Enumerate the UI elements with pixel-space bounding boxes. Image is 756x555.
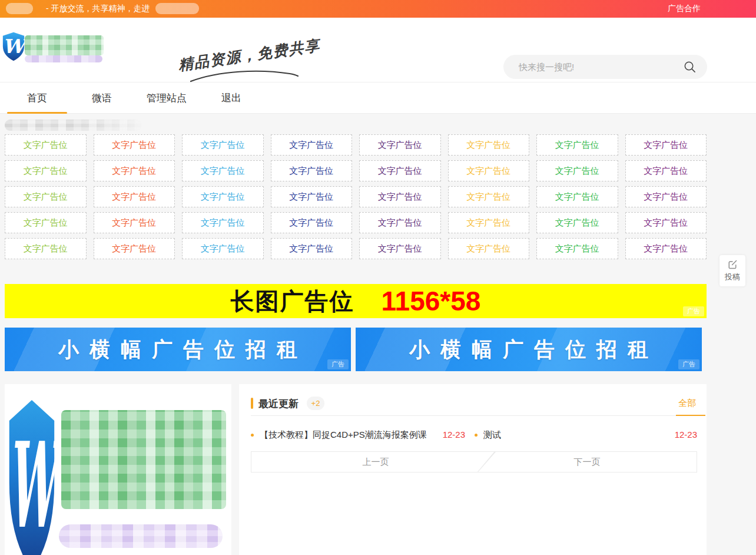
submit-label: 投稿 — [725, 272, 740, 282]
site-subtitle-blurred — [25, 55, 102, 62]
text-ad-grid: 文字广告位文字广告位文字广告位文字广告位文字广告位文字广告位文字广告位文字广告位… — [5, 134, 707, 259]
nav-item-管理站点[interactable]: 管理站点 — [134, 82, 199, 114]
text-ad-cell[interactable]: 文字广告位 — [5, 186, 87, 207]
ad-tag-badge: 广告 — [683, 306, 704, 316]
prev-page-button[interactable]: 上一页 — [251, 451, 500, 473]
search-box — [503, 55, 707, 79]
article-title[interactable]: 测试 — [483, 423, 501, 447]
slogan-underline-swoosh — [188, 68, 300, 84]
text-ad-cell[interactable]: 文字广告位 — [182, 186, 264, 207]
text-ad-cell[interactable]: 文字广告位 — [536, 134, 618, 156]
main-nav-bar: 首页微语管理站点退出 — [0, 82, 756, 114]
site-logo[interactable]: W — [2, 32, 114, 67]
shield-logo-icon: W — [2, 32, 25, 61]
text-ad-cell[interactable]: 文字广告位 — [359, 238, 441, 259]
text-ad-cell[interactable]: 文字广告位 — [359, 160, 441, 181]
text-ad-cell[interactable]: 文字广告位 — [359, 212, 441, 233]
article-item[interactable]: 【技术教程】同捉C4D+PS潮流海报案例课12-23 — [251, 423, 475, 447]
article-title[interactable]: 【技术教程】同捉C4D+PS潮流海报案例课 — [260, 423, 427, 447]
recent-updates-card: 最近更新 +2 全部 【技术教程】同捉C4D+PS潮流海报案例课12-23测试1… — [239, 384, 707, 555]
nav-item-微语[interactable]: 微语 — [69, 82, 134, 114]
text-ad-cell[interactable]: 文字广告位 — [182, 134, 264, 156]
text-ad-cell[interactable]: 文字广告位 — [536, 238, 618, 259]
topbar-blurred-patch — [155, 3, 199, 14]
text-ad-cell[interactable]: 文字广告位 — [182, 238, 264, 259]
text-ad-cell[interactable]: 文字广告位 — [536, 160, 618, 181]
text-ad-cell[interactable]: 文字广告位 — [94, 212, 175, 233]
small-ad-banner-right[interactable]: 小横幅广告位招租 广告 — [356, 328, 702, 371]
text-ad-cell[interactable]: 文字广告位 — [448, 160, 530, 181]
svg-text:W: W — [3, 35, 25, 58]
all-tab-underline — [676, 415, 705, 416]
text-ad-cell[interactable]: 文字广告位 — [625, 186, 707, 207]
small-banner-text: 小横幅广告位招租 — [48, 336, 308, 364]
text-ad-cell[interactable]: 文字广告位 — [448, 212, 530, 233]
search-input[interactable] — [519, 55, 678, 79]
search-icon[interactable] — [683, 60, 697, 74]
recent-count-badge: +2 — [307, 397, 324, 410]
text-ad-cell[interactable]: 文字广告位 — [448, 134, 530, 156]
text-ad-cell[interactable]: 文字广告位 — [536, 186, 618, 207]
small-banner-text: 小横幅广告位招租 — [399, 336, 659, 364]
text-ad-cell[interactable]: 文字广告位 — [94, 238, 175, 259]
page: - 开放交流，共享精神，走进 广告合作 W 精品资源，免费共享 — [0, 0, 756, 555]
ad-tag-badge: 广告 — [327, 359, 349, 369]
small-ad-banner-left[interactable]: 小横幅广告位招租 广告 — [5, 328, 351, 371]
text-ad-cell[interactable]: 文字广告位 — [448, 186, 530, 207]
main-nav: 首页微语管理站点退出 — [5, 82, 264, 114]
text-ad-cell[interactable]: 文字广告位 — [359, 186, 441, 207]
text-ad-cell[interactable]: 文字广告位 — [625, 134, 707, 156]
text-ad-cell[interactable]: 文字广告位 — [625, 160, 707, 181]
text-ad-cell[interactable]: 文字广告位 — [359, 134, 441, 156]
topbar-announcement: - 开放交流，共享精神，走进 — [46, 4, 150, 14]
article-date: 12-23 — [675, 423, 697, 447]
text-ad-cell[interactable]: 文字广告位 — [182, 212, 264, 233]
article-item[interactable]: 测试12-23 — [475, 423, 697, 447]
text-ad-cell[interactable]: 文字广告位 — [94, 134, 175, 156]
text-ad-cell[interactable]: 文字广告位 — [625, 238, 707, 259]
text-ad-cell[interactable]: 文字广告位 — [271, 134, 353, 156]
article-list: 【技术教程】同捉C4D+PS潮流海报案例课12-23测试12-23 — [251, 423, 697, 447]
text-ad-cell[interactable]: 文字广告位 — [182, 160, 264, 181]
site-tagline-blurred-image — [59, 524, 223, 548]
nav-item-首页[interactable]: 首页 — [5, 82, 69, 114]
long-ad-banner[interactable]: 长图广告位 1156*58 广告 — [5, 284, 707, 318]
divider — [251, 415, 697, 416]
long-banner-size: 1156*58 — [382, 285, 481, 317]
text-ad-cell[interactable]: 文字广告位 — [5, 134, 87, 156]
submit-post-button[interactable]: 投稿 — [719, 255, 745, 286]
site-name-blurred — [25, 35, 104, 55]
pagination: 上一页 下一页 — [251, 451, 697, 473]
ad-cooperation-link[interactable]: 广告合作 — [668, 4, 701, 14]
text-ad-cell[interactable]: 文字广告位 — [625, 212, 707, 233]
text-ad-cell[interactable]: 文字广告位 — [5, 238, 87, 259]
text-ad-cell[interactable]: 文字广告位 — [5, 160, 87, 181]
recent-header: 最近更新 +2 全部 — [251, 396, 697, 411]
site-shield-logo-icon: W — [8, 397, 55, 555]
header: W 精品资源，免费共享 — [0, 18, 756, 82]
next-page-label: 下一页 — [478, 452, 697, 472]
site-name-blurred-image — [61, 410, 226, 509]
svg-text:W: W — [8, 416, 55, 554]
long-banner-title: 长图广告位 — [231, 285, 354, 318]
article-bullet — [475, 434, 478, 437]
section-accent-bar — [251, 398, 253, 409]
text-ad-cell[interactable]: 文字广告位 — [271, 186, 353, 207]
recent-title: 最近更新 — [258, 397, 299, 411]
announcement-blurred-text — [5, 120, 141, 131]
prev-page-label: 上一页 — [251, 452, 500, 472]
text-ad-cell[interactable]: 文字广告位 — [5, 212, 87, 233]
text-ad-cell[interactable]: 文字广告位 — [271, 238, 353, 259]
all-tab[interactable]: 全部 — [678, 398, 696, 409]
text-ad-cell[interactable]: 文字广告位 — [94, 186, 175, 207]
text-ad-cell[interactable]: 文字广告位 — [271, 160, 353, 181]
article-date: 12-23 — [443, 423, 465, 447]
text-ad-cell[interactable]: 文字广告位 — [271, 212, 353, 233]
next-page-button[interactable]: 下一页 — [477, 451, 697, 473]
text-ad-cell[interactable]: 文字广告位 — [448, 238, 530, 259]
text-ad-cell[interactable]: 文字广告位 — [536, 212, 618, 233]
topbar: - 开放交流，共享精神，走进 广告合作 — [0, 0, 756, 18]
nav-item-退出[interactable]: 退出 — [199, 82, 264, 114]
edit-square-icon — [727, 259, 738, 270]
text-ad-cell[interactable]: 文字广告位 — [94, 160, 175, 181]
